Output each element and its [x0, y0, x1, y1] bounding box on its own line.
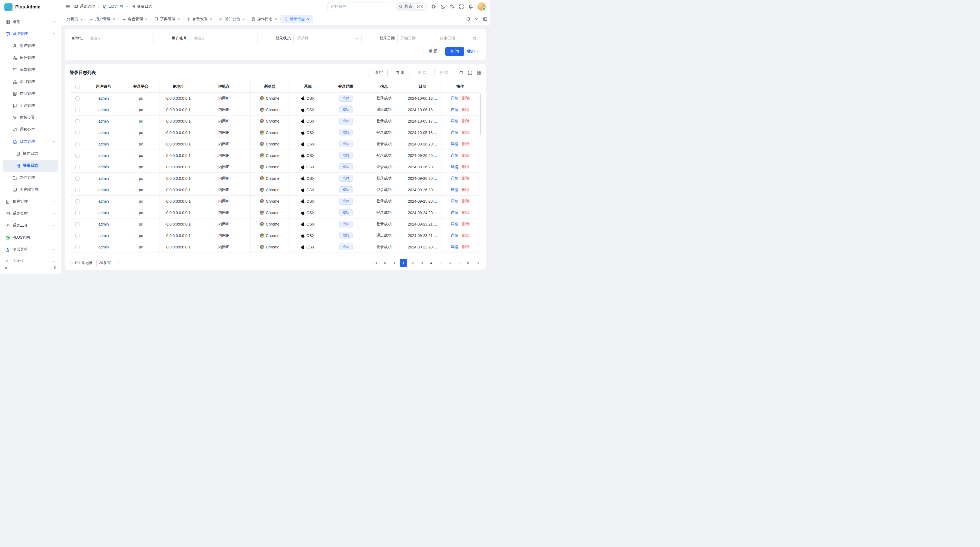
detail-link[interactable]: 详情	[451, 153, 458, 158]
detail-link[interactable]: 详情	[451, 107, 458, 112]
brand[interactable]: Plus Admin	[0, 0, 61, 14]
detail-link[interactable]: 详情	[451, 210, 458, 215]
translate-icon[interactable]	[450, 4, 455, 9]
unlock-button[interactable]: 解 锁	[434, 68, 453, 77]
global-search[interactable]: 搜索 ⌘ K	[396, 2, 427, 11]
row-checkbox[interactable]	[75, 222, 80, 226]
sidebar-item-client-mgmt[interactable]: 客户端管理	[3, 183, 58, 196]
breadcrumb-item-system[interactable]: 系统管理	[74, 4, 95, 9]
delete-link[interactable]: 删除	[462, 199, 469, 203]
row-checkbox[interactable]	[75, 96, 80, 100]
row-checkbox[interactable]	[75, 199, 80, 204]
last-page-button[interactable]	[474, 259, 481, 267]
detail-link[interactable]: 详情	[451, 164, 458, 169]
sidebar-item-plus-site[interactable]: PLUS官网	[3, 231, 58, 244]
sidebar-item-login-log[interactable]: 登录日志	[3, 159, 58, 172]
delete-link[interactable]: 删除	[462, 96, 469, 100]
first-page-button[interactable]	[372, 259, 379, 267]
tab-login-log[interactable]: 登录日志	[281, 15, 313, 23]
page-number-button[interactable]: 5	[437, 259, 444, 267]
delete-link[interactable]: 删除	[462, 164, 469, 169]
detail-link[interactable]: 详情	[451, 119, 458, 123]
fullscreen-icon[interactable]	[459, 4, 464, 9]
page-size-select[interactable]: 20条/页	[96, 259, 122, 267]
tab-role-mgmt[interactable]: 角色管理	[119, 15, 151, 23]
hamburger-menu-icon[interactable]	[65, 4, 70, 9]
sidebar-item-post-mgmt[interactable]: 岗位管理	[3, 88, 58, 100]
row-checkbox[interactable]	[75, 165, 80, 169]
delete-link[interactable]: 删除	[462, 233, 469, 238]
close-icon[interactable]	[242, 18, 245, 21]
page-number-button[interactable]: 6	[446, 259, 453, 267]
detail-link[interactable]: 详情	[451, 187, 458, 192]
delete-link[interactable]: 删除	[462, 210, 469, 215]
collapse-filter-link[interactable]: 收起	[467, 49, 479, 54]
row-checkbox[interactable]	[75, 177, 80, 180]
close-icon[interactable]	[274, 18, 277, 21]
close-icon[interactable]	[210, 18, 213, 21]
prev-page-button[interactable]	[390, 259, 398, 267]
detail-link[interactable]: 详情	[451, 245, 458, 249]
sidebar-item-role-mgmt[interactable]: 角色管理	[3, 52, 58, 64]
delete-link[interactable]: 删除	[462, 153, 469, 158]
select-all-checkbox[interactable]	[75, 85, 80, 89]
jump-back-button[interactable]	[381, 259, 389, 267]
row-checkbox[interactable]	[75, 234, 80, 238]
sidebar-item-test-menu[interactable]: 测试菜单	[3, 244, 58, 255]
delete-link[interactable]: 删除	[462, 119, 469, 123]
settings-gear-icon[interactable]	[431, 4, 436, 9]
column-settings-grid-icon[interactable]	[477, 70, 481, 75]
sidebar-item-user-mgmt[interactable]: 用户管理	[3, 40, 58, 52]
export-button[interactable]: 导 出	[391, 68, 409, 77]
status-select[interactable]: 请选择	[293, 34, 361, 43]
sidebar-item-overview[interactable]: 概览	[3, 16, 58, 28]
page-number-button[interactable]: 1	[399, 259, 407, 267]
tab-dict-mgmt[interactable]: 字典管理	[151, 15, 183, 23]
next-page-button[interactable]	[455, 259, 463, 267]
dark-mode-moon-icon[interactable]	[441, 4, 445, 9]
row-checkbox[interactable]	[75, 245, 80, 249]
row-checkbox[interactable]	[75, 119, 80, 123]
detail-link[interactable]: 详情	[451, 233, 458, 238]
tenant-select[interactable]: 选择租户	[327, 2, 391, 11]
detail-link[interactable]: 详情	[451, 142, 458, 146]
ip-input[interactable]	[86, 34, 154, 43]
sidebar-item-file-mgmt[interactable]: 文件管理	[3, 172, 58, 183]
tab-notice[interactable]: 通知公告	[216, 15, 248, 23]
reset-button[interactable]: 重 置	[423, 47, 442, 56]
row-checkbox[interactable]	[75, 108, 80, 112]
close-icon[interactable]	[307, 18, 310, 21]
sidebar-item-tenant-mgmt[interactable]: 租户管理	[3, 196, 58, 207]
row-checkbox[interactable]	[75, 188, 80, 192]
close-icon[interactable]	[113, 18, 115, 21]
sidebar-item-menu-mgmt[interactable]: 菜单管理	[3, 64, 58, 76]
sidebar-item-param-settings[interactable]: 参数设置	[3, 112, 58, 124]
close-icon[interactable]	[145, 18, 148, 21]
refresh-icon[interactable]	[459, 70, 463, 75]
tab-analysis[interactable]: 分析页	[64, 15, 86, 23]
sidebar-item-log-mgmt[interactable]: 日志管理	[3, 136, 58, 148]
sidebar-item-dict-mgmt[interactable]: 字典管理	[3, 100, 58, 112]
pin-icon[interactable]	[53, 266, 57, 270]
delete-link[interactable]: 删除	[462, 130, 469, 135]
detail-link[interactable]: 详情	[451, 176, 458, 180]
sidebar-item-workflow[interactable]: 工作流	[3, 255, 58, 262]
detail-link[interactable]: 详情	[451, 130, 458, 135]
layout-columns-icon[interactable]	[483, 17, 487, 21]
refresh-icon[interactable]	[466, 17, 470, 21]
row-checkbox[interactable]	[75, 142, 80, 146]
detail-link[interactable]: 详情	[451, 222, 458, 226]
clear-button[interactable]: 清 空	[369, 68, 388, 77]
vertical-scrollbar-thumb[interactable]	[480, 94, 481, 135]
breadcrumb-item-login-log[interactable]: 登录日志	[131, 4, 152, 9]
delete-link[interactable]: 删除	[462, 142, 469, 146]
page-number-button[interactable]: 2	[409, 259, 417, 267]
detail-link[interactable]: 详情	[451, 199, 458, 203]
detail-link[interactable]: 详情	[451, 96, 458, 100]
collapse-sidebar-icon[interactable]	[4, 266, 8, 270]
delete-link[interactable]: 删除	[462, 107, 469, 112]
query-button[interactable]: 查 询	[445, 47, 464, 56]
close-icon[interactable]	[177, 18, 180, 21]
sidebar-item-system-monitor[interactable]: 系统监控	[3, 207, 58, 220]
tab-param-settings[interactable]: 参数设置	[184, 15, 216, 23]
